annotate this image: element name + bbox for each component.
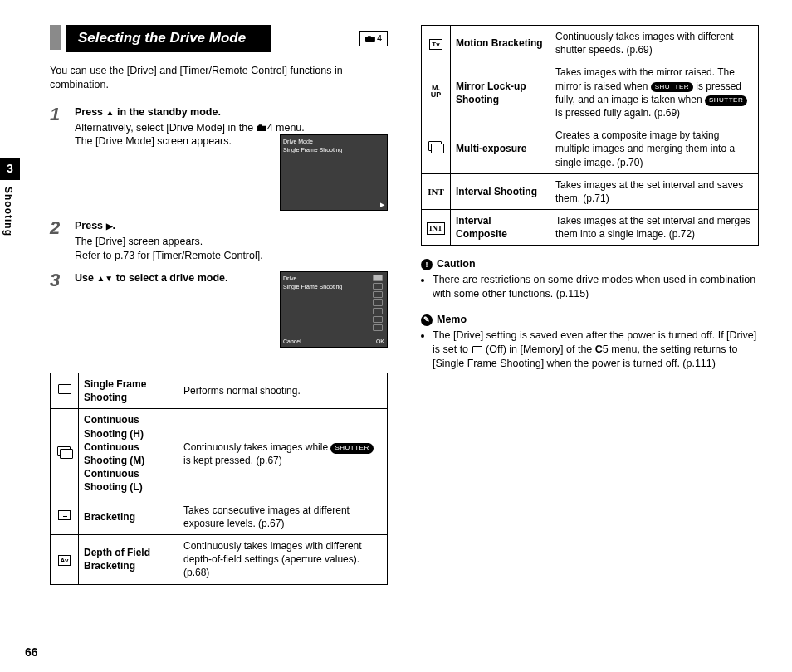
manual-page: 3 Shooting 66 Selecting the Drive Mode 4… <box>0 0 792 672</box>
bracketing-icon <box>58 510 71 520</box>
tv-bracketing-icon: Tv <box>429 39 442 50</box>
table-row: Multi-exposure Creates a composite image… <box>422 124 759 174</box>
mode-desc-cell: Takes images at the set interval and sav… <box>550 173 759 209</box>
mode-name-cell: Multi-exposure <box>451 124 550 174</box>
right-arrow-icon <box>106 220 113 231</box>
screen-title: Drive <box>283 275 384 282</box>
mode-name-cell: Single Frame Shooting <box>79 373 178 409</box>
text: Alternatively, select [Drive Mode] in th… <box>75 122 257 134</box>
list-item: The [Drive] setting is saved even after … <box>433 329 759 371</box>
c-menu-symbol: C <box>595 343 603 355</box>
drive-modes-table-left: Single Frame Shooting Performs normal sh… <box>50 373 388 584</box>
text: 4 menu. <box>267 122 305 134</box>
mode-desc-cell: Performs normal shooting. <box>178 373 388 409</box>
shutter-icon: SHUTTER <box>330 443 373 454</box>
step-sub: Alternatively, select [Drive Mode] in th… <box>75 121 388 135</box>
up-arrow-icon <box>106 106 115 118</box>
mode-desc-cell: Takes images at the set interval and mer… <box>550 210 759 246</box>
mode-desc-cell: Creates a composite image by taking mult… <box>550 124 759 174</box>
text: is kept pressed. (p.67) <box>183 455 282 466</box>
drive-modes-table-right: Tv Motion Bracketing Continuously takes … <box>421 25 759 246</box>
camera-icon <box>257 122 267 134</box>
chapter-name-vertical: Shooting <box>2 187 15 236</box>
section-title: Selecting the Drive Mode <box>66 25 271 52</box>
screen-line: Single Frame Shooting <box>283 146 384 153</box>
step-number: 3 <box>50 271 68 348</box>
screen-line: Single Frame Shooting <box>283 283 384 290</box>
table-row: M.UP Mirror Lock-up Shooting Takes image… <box>422 61 759 124</box>
mode-name-cell: Bracketing <box>79 499 178 534</box>
single-frame-icon <box>58 384 71 394</box>
text: Use <box>75 272 96 284</box>
table-row: INT Interval Composite Takes images at t… <box>422 210 759 246</box>
caution-label: Caution <box>437 257 476 271</box>
step-sub: The [Drive] screen appears. <box>75 235 388 249</box>
mode-name-cell: Interval Shooting <box>451 173 550 209</box>
mode-icon-cell: Tv <box>422 26 451 61</box>
step-heading: Use to select a drive mode. <box>75 271 271 285</box>
av-bracketing-icon: Av <box>58 555 71 566</box>
text: in the standby mode. <box>114 106 221 118</box>
mode-icon-cell: INT <box>422 173 451 209</box>
mode-desc-cell: Takes images with the mirror raised. The… <box>550 61 759 124</box>
interval-composite-icon: INT <box>427 222 445 234</box>
mode-icon-cell <box>422 124 451 174</box>
menu-badge: 4 <box>359 31 388 46</box>
lcd-screenshot-drive: Drive Single Frame Shooting Cancel OK <box>280 271 388 348</box>
text: (Off) in [Memory] of the <box>483 343 595 355</box>
step-sub: The [Drive Mode] screen appears. <box>75 134 271 149</box>
mode-name-cell: Depth of Field Bracketing <box>79 534 178 584</box>
screen-cancel: Cancel <box>283 338 301 345</box>
mode-name-cell: Motion Bracketing <box>451 26 550 61</box>
text: Press <box>75 106 106 118</box>
table-row: Tv Motion Bracketing Continuously takes … <box>422 26 759 61</box>
shutter-icon: SHUTTER <box>705 95 747 106</box>
mode-desc-cell: Continuously takes images with different… <box>178 534 388 584</box>
list-item: There are restrictions on some drive mod… <box>433 273 759 301</box>
step-body: Press . The [Drive] screen appears. Refe… <box>75 219 388 263</box>
text: is pressed fully again. (p.69) <box>555 107 680 119</box>
mode-icon-cell: Av <box>51 534 79 584</box>
left-column: Selecting the Drive Mode 4 You can use t… <box>0 25 404 664</box>
mode-icon-cell: INT <box>422 210 451 246</box>
mirror-lockup-icon: M.UP <box>431 85 442 98</box>
mode-icon-cell <box>51 499 79 534</box>
screen-title: Drive Mode <box>283 138 384 145</box>
shutter-icon: SHUTTER <box>651 82 693 93</box>
caution-list: There are restrictions on some drive mod… <box>421 273 759 301</box>
step-number: 2 <box>50 219 68 263</box>
down-arrow-icon <box>105 272 113 284</box>
text: . <box>113 220 115 231</box>
continuous-icon <box>57 446 72 458</box>
memo-icon: ✎ <box>421 314 433 326</box>
text: Continuously takes images while <box>183 441 330 453</box>
step-2: 2 Press . The [Drive] screen appears. Re… <box>50 219 388 263</box>
table-row: Bracketing Takes consecutive images at d… <box>51 499 388 534</box>
lcd-screenshot-drive-mode: Drive Mode Single Frame Shooting ▶ <box>280 134 388 211</box>
up-arrow-icon <box>96 272 105 284</box>
mode-icon-cell: M.UP <box>422 61 451 124</box>
step-3: 3 Use to select a drive mode. Drive Sing… <box>50 271 388 348</box>
caution-heading: ! Caution <box>421 257 759 271</box>
step-body: Press in the standby mode. Alternatively… <box>75 105 388 212</box>
screen-footer: ▶ <box>283 201 384 208</box>
screen-mode-icons <box>373 275 384 335</box>
memo-list: The [Drive] setting is saved even after … <box>421 329 759 371</box>
step-number: 1 <box>50 105 68 212</box>
page-number: 66 <box>25 645 38 660</box>
caution-icon: ! <box>421 259 433 270</box>
step-row: The [Drive Mode] screen appears. Drive M… <box>75 134 388 211</box>
mode-name-cell: Mirror Lock-up Shooting <box>451 61 550 124</box>
step-heading: Press in the standby mode. <box>75 105 388 119</box>
camera-icon <box>365 32 376 45</box>
section-title-bar: Selecting the Drive Mode 4 <box>50 25 388 52</box>
right-column: Tv Motion Bracketing Continuously takes … <box>404 25 767 664</box>
step-sub: Refer to p.73 for [Timer/Remote Control]… <box>75 249 388 263</box>
intro-text: You can use the [Drive] and [Timer/Remot… <box>50 64 388 92</box>
memo-label: Memo <box>437 313 467 327</box>
screen-ok: OK <box>376 338 384 345</box>
mode-icon-cell <box>51 373 79 409</box>
table-row: Continuous Shooting (H) Continuous Shoot… <box>51 409 388 499</box>
mode-desc-cell: Takes consecutive images at different ex… <box>178 499 388 534</box>
mode-name-cell: Continuous Shooting (H) Continuous Shoot… <box>79 409 178 499</box>
